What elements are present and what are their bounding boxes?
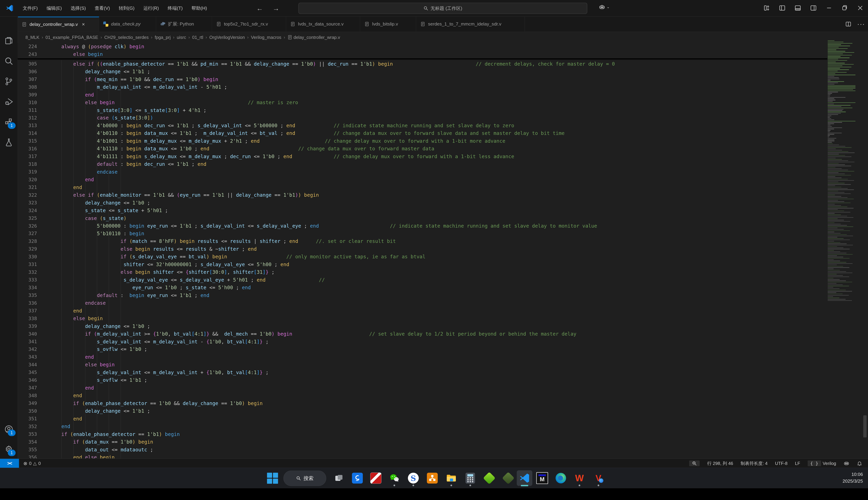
code-line[interactable]: 327 5'b10110 : begin <box>18 230 827 237</box>
menu-4[interactable]: 转到(G) <box>114 3 139 14</box>
tab-close-icon[interactable]: × <box>82 22 85 27</box>
code-line[interactable]: 350 delay_change <= 1'b1 ; <box>18 407 827 415</box>
tab-5[interactable]: lvds_bitslip.v <box>360 17 416 32</box>
breadcrumb-item-6[interactable]: OrgVerilogVersion <box>209 35 245 40</box>
minimize-icon[interactable] <box>821 0 837 16</box>
menu-7[interactable]: 帮助(H) <box>187 3 212 14</box>
language-mode[interactable]: { } Verilog <box>808 461 836 466</box>
nav-forward-button[interactable]: → <box>272 4 280 12</box>
toggle-panel-icon[interactable] <box>790 0 806 16</box>
search-icon[interactable] <box>0 52 18 70</box>
code-line[interactable]: 321 end <box>18 183 827 191</box>
problems-status[interactable]: ⊗ 0 △ 0 <box>23 461 41 466</box>
code-line[interactable]: 307 if (meq_min == 1'b0 && dec_run == 1'… <box>18 76 827 83</box>
code-line[interactable]: 311 s_state[3:0] <= s_state[3:0] + 4'h1 … <box>18 106 827 114</box>
explorer-icon[interactable] <box>0 32 18 50</box>
restore-icon[interactable] <box>837 0 852 16</box>
code-line[interactable]: 355 data_out <= mdataoutc ; <box>18 446 827 453</box>
remote-indicator[interactable]: >< <box>0 459 19 468</box>
breadcrumb-item-8[interactable]: delay_controller_wrap.v <box>287 35 340 40</box>
code-line[interactable]: 317 4'b1111 : begin s_delay_mux <= m_del… <box>18 152 827 160</box>
code-line[interactable]: 337 end <box>18 307 827 315</box>
code-line[interactable]: 305 else if ((enable_phase_detector == 1… <box>18 60 827 68</box>
tab-0[interactable]: delay_controller_wrap.v× <box>18 17 99 32</box>
taskbar-start-icon[interactable] <box>265 470 280 486</box>
taskbar-wps-icon[interactable]: W <box>572 470 587 486</box>
code-line[interactable]: 324 s_state <= s_state + 5'h01 ; <box>18 207 827 214</box>
taskbar-app-leaf-dark-icon[interactable] <box>501 470 516 486</box>
code-line[interactable]: 338 else begin <box>18 315 827 322</box>
code-line[interactable]: 331 shifter <= 32'h00000001 ; s_delay_va… <box>18 261 827 268</box>
cursor-position[interactable]: 行 298, 列 46 <box>707 461 733 466</box>
code-line[interactable]: 349 if (enable_phase_detector == 1'b0 &&… <box>18 399 827 407</box>
code-line[interactable]: 356 end else begin <box>18 454 827 459</box>
toggle-secondary-sidebar-icon[interactable] <box>806 0 821 16</box>
code-line[interactable]: 318 default : begin dec_run <= 1'b1 ; en… <box>18 160 827 168</box>
tab-2[interactable]: 扩展: Python <box>156 17 212 32</box>
breadcrumb-item-3[interactable]: fpga_prj <box>155 35 171 40</box>
code-line[interactable]: 243 else begin <box>18 50 827 58</box>
breadcrumb-item-1[interactable]: 01_example_FPGA_BASE <box>45 35 98 40</box>
code-line[interactable]: 330 if (s_delay_val_eye == bt_val) begin… <box>18 253 827 261</box>
code-line[interactable]: 320 end <box>18 176 827 183</box>
code-line[interactable]: 346 s_ovflw <= 1'b1 ; <box>18 376 827 384</box>
code-line[interactable]: 353 if (enable_phase_detector == 1'b1) b… <box>18 430 827 438</box>
breadcrumb-item-5[interactable]: 01_rtl <box>192 35 203 40</box>
code-line[interactable]: 345 s_delay_val_int <= m_delay_val_int +… <box>18 368 827 376</box>
code-line[interactable]: 341 s_delay_val_int <= m_delay_val_int -… <box>18 338 827 345</box>
notifications-bell-icon[interactable] <box>857 461 862 466</box>
code-line[interactable]: 319 endcase <box>18 168 827 176</box>
code-line[interactable]: 314 4'b0110 : begin data_mux <= 1'b1 ; m… <box>18 129 827 137</box>
breadcrumb-item-2[interactable]: CH29_selectio_serdes <box>104 35 149 40</box>
menu-5[interactable]: 运行(R) <box>139 3 163 14</box>
copilot-status-icon[interactable] <box>844 461 849 466</box>
taskbar-app-leaf-bright-icon[interactable] <box>481 470 497 486</box>
code-line[interactable]: 312 case (s_state[3:0]) <box>18 114 827 122</box>
code-line[interactable]: 339 delay_change <= 1'b0 ; <box>18 322 827 330</box>
code-line[interactable]: 351 end <box>18 415 827 423</box>
code-line[interactable]: 340 if (m_delay_val_int >= {1'b0, bt_val… <box>18 330 827 338</box>
menu-3[interactable]: 查看(V) <box>90 3 114 14</box>
code-line[interactable]: 306 delay_change <= 1'b1 ; <box>18 68 827 75</box>
code-line[interactable]: 343 end <box>18 353 827 361</box>
breadcrumb-item-4[interactable]: uisrc <box>177 35 186 40</box>
run-debug-icon[interactable] <box>0 93 18 111</box>
code-line[interactable]: 325 case (s_state) <box>18 214 827 222</box>
menu-6[interactable]: 终端(T) <box>163 3 187 14</box>
nav-back-button[interactable]: ← <box>255 4 264 12</box>
breadcrumb-item-0[interactable]: 8_MLK <box>25 35 39 40</box>
menu-0[interactable]: 文件(F) <box>18 3 42 14</box>
taskbar-vscode-icon[interactable] <box>517 470 533 486</box>
code-line[interactable]: 347 end <box>18 384 827 392</box>
code-line[interactable]: 344 else begin <box>18 361 827 368</box>
code-line[interactable]: 308 m_delay_val_int <= m_delay_val_int -… <box>18 83 827 91</box>
zoom-status[interactable] <box>689 461 700 466</box>
code-line[interactable]: 309 end <box>18 91 827 99</box>
code-line[interactable]: 335 default : begin eye_run <= 1'b1 ; en… <box>18 292 827 299</box>
code-line[interactable]: 334 eye_run <= 1'b0 ; s_state <= 5'h00 ;… <box>18 284 827 291</box>
taskbar-wechat-icon[interactable] <box>387 470 402 486</box>
taskbar-search[interactable]: 搜索 <box>284 471 326 486</box>
extensions-icon[interactable]: 1 <box>0 113 18 131</box>
taskbar-app-orange-net-icon[interactable] <box>424 470 440 486</box>
tab-6[interactable]: serdes_1_to_7_mmcm_idelay_sdr.v <box>416 17 525 32</box>
taskbar-app-s-circle-icon[interactable]: S <box>406 470 421 486</box>
indentation-status[interactable]: 制表符长度: 4 <box>741 461 767 466</box>
tab-1[interactable]: data_check.py <box>99 17 156 32</box>
code-editor[interactable]: 305 else if ((enable_phase_detector == 1… <box>18 60 827 459</box>
code-line[interactable]: 315 4'b1001 : begin m_delay_mux <= m_del… <box>18 137 827 145</box>
tab-4[interactable]: lvds_tx_data_source.v <box>286 17 360 32</box>
encoding-status[interactable]: UTF-8 <box>775 461 787 466</box>
code-line[interactable]: 352 end <box>18 423 827 430</box>
breadcrumb-item-7[interactable]: Verilog_macros <box>251 35 282 40</box>
account-icon[interactable]: 1 <box>0 420 18 438</box>
menu-1[interactable]: 编辑(E) <box>42 3 66 14</box>
minimap[interactable] <box>828 40 857 459</box>
code-line[interactable]: 336 endcase <box>18 299 827 307</box>
code-line[interactable]: 328 if (match == 8'hFF) begin results <=… <box>18 238 827 245</box>
code-line[interactable]: 348 end <box>18 392 827 399</box>
scrollbar-thumb[interactable] <box>863 416 867 438</box>
settings-icon[interactable]: 1 <box>0 441 18 458</box>
code-line[interactable]: 332 else begin shifter <= {shifter[30:0]… <box>18 268 827 276</box>
code-line[interactable]: 329 else begin results <= results & ~shi… <box>18 245 827 253</box>
